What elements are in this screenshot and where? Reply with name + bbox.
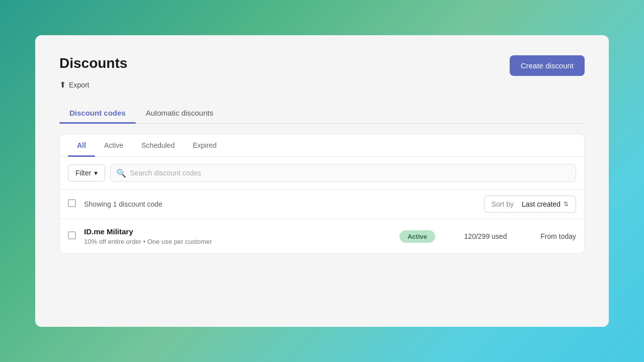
tab-active[interactable]: Active <box>95 134 132 156</box>
outer-tabs: Discount codes Automatic discounts <box>59 104 585 124</box>
tab-all[interactable]: All <box>68 134 95 156</box>
discount-name: ID.me Military <box>84 227 399 236</box>
row-checkbox-wrap <box>68 231 82 241</box>
table-header-row: Showing 1 discount code Sort by Last cre… <box>60 190 584 219</box>
tab-discount-codes[interactable]: Discount codes <box>59 104 136 123</box>
filter-label: Filter <box>75 169 91 177</box>
sort-button[interactable]: Sort by Last created ⇅ <box>484 196 576 213</box>
export-label: Export <box>69 81 89 89</box>
header-row: Discounts Create discount <box>59 55 585 76</box>
from-date: From today <box>516 232 576 240</box>
status-badge: Active <box>399 230 435 243</box>
showing-text: Showing 1 discount code <box>84 200 484 208</box>
tab-automatic-discounts[interactable]: Automatic discounts <box>136 104 223 123</box>
select-all-checkbox[interactable] <box>68 199 76 207</box>
row-checkbox[interactable] <box>68 231 76 239</box>
select-all-checkbox-wrap <box>68 199 82 209</box>
search-wrap: 🔍 <box>110 164 576 182</box>
filter-button[interactable]: Filter ▾ <box>68 164 105 182</box>
search-icon: 🔍 <box>116 168 126 178</box>
main-card: Discounts Create discount ⬆ Export Disco… <box>35 35 609 327</box>
sort-chevron-icon: ⇅ <box>564 201 569 208</box>
sort-value: Last created <box>522 200 560 208</box>
tab-expired[interactable]: Expired <box>184 134 225 156</box>
search-input[interactable] <box>110 164 576 182</box>
sort-label: Sort by <box>492 200 514 208</box>
tab-scheduled[interactable]: Scheduled <box>132 134 184 156</box>
discount-info: ID.me Military 10% off entire order • On… <box>84 227 399 245</box>
used-count: 120/299 used <box>455 232 516 240</box>
create-discount-button[interactable]: Create discount <box>510 55 585 76</box>
table-row[interactable]: ID.me Military 10% off entire order • On… <box>60 219 584 253</box>
discount-description: 10% off entire order • One use per custo… <box>84 238 399 245</box>
inner-tabs: All Active Scheduled Expired <box>60 134 584 157</box>
export-row[interactable]: ⬆ Export <box>59 80 585 89</box>
filter-bar: Filter ▾ 🔍 <box>60 157 584 190</box>
page-title: Discounts <box>59 55 127 71</box>
inner-card: All Active Scheduled Expired Filter ▾ 🔍 <box>59 134 585 254</box>
export-icon: ⬆ <box>59 80 66 89</box>
filter-chevron-icon: ▾ <box>94 169 98 177</box>
